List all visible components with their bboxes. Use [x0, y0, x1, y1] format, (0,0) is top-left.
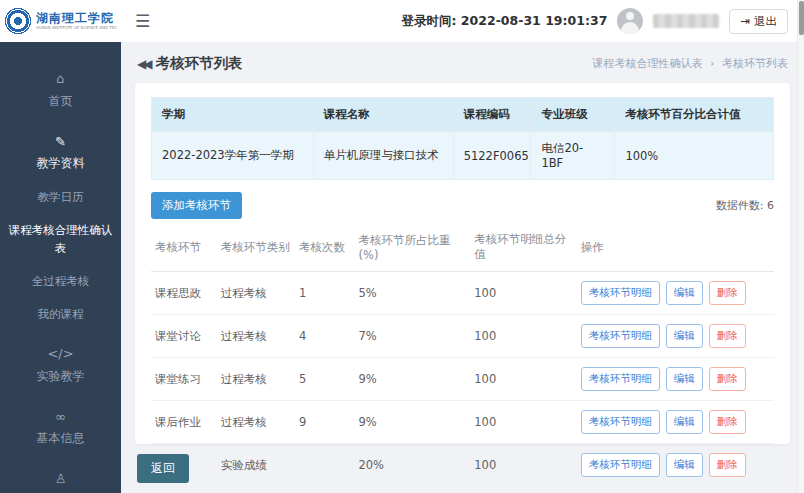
- sidebar-item-teaching-calendar[interactable]: 教学日历: [0, 181, 121, 214]
- sidebar-item-my-courses[interactable]: 我的课程: [0, 298, 121, 331]
- assessment-detail-button[interactable]: 考核环节明细: [581, 410, 660, 434]
- edit-button[interactable]: 编辑: [666, 367, 703, 391]
- assessment-detail-button[interactable]: 考核环节明细: [581, 453, 660, 477]
- sidebar-item-teaching-materials[interactable]: ✎ 教学资料: [0, 123, 121, 182]
- table-cell: 期末考试: [151, 487, 217, 493]
- table-row: 课堂讨论过程考核47%100考核环节明细编辑删除: [151, 315, 774, 358]
- table-cell: 9%: [354, 401, 470, 444]
- sidebar-item-assessment-confirmation[interactable]: 课程考核合理性确认表: [0, 214, 121, 265]
- table-cell: 100: [470, 315, 576, 358]
- column-header: 课程编码: [453, 98, 531, 132]
- breadcrumb-separator-icon: ›: [710, 57, 714, 70]
- sidebar-item-label: 课程考核合理性确认表: [9, 223, 113, 254]
- assessment-detail-button[interactable]: 考核环节明细: [581, 281, 660, 305]
- login-time-value: 2022-08-31 19:01:37: [461, 13, 608, 28]
- app-window: 湖南理工学院 HUNAN INSTITUTE OF SCIENCE AND TE…: [0, 0, 804, 493]
- breadcrumb-parent[interactable]: 课程考核合理性确认表: [593, 57, 703, 70]
- delete-button[interactable]: 删除: [709, 410, 746, 434]
- table-cell: 100: [470, 444, 576, 487]
- table-cell: 过程考核: [217, 401, 295, 444]
- sidebar-toggle-button[interactable]: ☰: [135, 13, 150, 30]
- school-name: 湖南理工学院: [36, 12, 117, 26]
- scrollbar-thumb[interactable]: [799, 1, 804, 35]
- sidebar-item-label: 全过程考核: [32, 274, 90, 288]
- table-cell: [295, 487, 354, 493]
- column-header: 操作: [577, 223, 774, 272]
- course-name-cell: 单片机原理与接口技术: [313, 132, 453, 180]
- assessment-detail-button[interactable]: 考核环节明细: [581, 367, 660, 391]
- table-cell: 4: [295, 315, 354, 358]
- avatar[interactable]: [617, 8, 643, 34]
- logout-icon: ⇥: [740, 14, 750, 28]
- delete-button[interactable]: 删除: [709, 324, 746, 348]
- sidebar-item-home[interactable]: ⌂ 首页: [0, 60, 121, 119]
- assessment-table: 考核环节 考核环节类别 考核次数 考核环节所占比重(%) 考核环节明细总分值 操…: [151, 223, 774, 493]
- data-count: 数据件数: 6: [716, 198, 774, 213]
- home-icon: ⌂: [6, 69, 115, 89]
- breadcrumb: 课程考核合理性确认表 › 考核环节列表: [593, 56, 788, 71]
- logo-text: 湖南理工学院 HUNAN INSTITUTE OF SCIENCE AND TE…: [36, 12, 117, 30]
- logout-button[interactable]: ⇥ 退出: [729, 9, 788, 34]
- content-card: 学期 课程名称 课程编码 专业班级 考核环节百分比合计值 2022-2023学年…: [135, 83, 790, 444]
- edit-icon: ✎: [6, 132, 115, 152]
- column-header: 考核环节类别: [217, 223, 295, 272]
- edit-button[interactable]: 编辑: [666, 453, 703, 477]
- table-row: 课堂练习过程考核59%100考核环节明细编辑删除: [151, 358, 774, 401]
- link-icon: ∞: [6, 407, 115, 427]
- toolbar: 添加考核环节 数据件数: 6: [151, 192, 774, 219]
- delete-button[interactable]: 删除: [709, 453, 746, 477]
- row-actions: 考核环节明细编辑删除: [577, 444, 774, 487]
- code-icon: </>: [6, 344, 115, 364]
- table-cell: [295, 444, 354, 487]
- semester-cell: 2022-2023学年第一学期: [152, 132, 314, 180]
- edit-button[interactable]: 编辑: [666, 410, 703, 434]
- table-cell: 20%: [354, 444, 470, 487]
- assessment-table-body: 课程思政过程考核15%100考核环节明细编辑删除课堂讨论过程考核47%100考核…: [151, 272, 774, 493]
- edit-button[interactable]: 编辑: [666, 281, 703, 305]
- delete-button[interactable]: 删除: [709, 367, 746, 391]
- column-header: 课程名称: [313, 98, 453, 132]
- column-header: 考核环节明细总分值: [470, 223, 576, 272]
- breadcrumb-current: 考核环节列表: [722, 57, 788, 70]
- add-assessment-button[interactable]: 添加考核环节: [151, 192, 242, 219]
- sidebar-item-experimental-teaching[interactable]: </> 实验教学: [0, 335, 121, 394]
- table-cell: 过程考核: [217, 315, 295, 358]
- sidebar-item-basic-info[interactable]: ∞ 基本信息: [0, 398, 121, 457]
- course-info-table: 学期 课程名称 课程编码 专业班级 考核环节百分比合计值 2022-2023学年…: [151, 97, 774, 180]
- scrollbar[interactable]: [797, 0, 804, 493]
- row-actions: 考核环节明细编辑删除: [577, 487, 774, 493]
- table-cell: 过程考核: [217, 358, 295, 401]
- delete-button[interactable]: 删除: [709, 281, 746, 305]
- page-title-text: 考核环节列表: [155, 54, 242, 73]
- back-button[interactable]: 返回: [137, 454, 189, 483]
- logout-label: 退出: [754, 14, 777, 29]
- sidebar-item-label: 实验教学: [37, 369, 85, 383]
- row-actions: 考核环节明细编辑删除: [577, 358, 774, 401]
- page-title: ◀◀ 考核环节列表: [137, 54, 242, 73]
- column-header: 学期: [152, 98, 314, 132]
- main-content: ◀◀ 考核环节列表 课程考核合理性确认表 › 考核环节列表 学期 课程名: [121, 42, 804, 493]
- sidebar: 湖南理工学院 HUNAN INSTITUTE OF SCIENCE AND TE…: [0, 0, 121, 493]
- table-cell: 100: [470, 401, 576, 444]
- logo: 湖南理工学院 HUNAN INSTITUTE OF SCIENCE AND TE…: [0, 0, 121, 42]
- assessment-detail-button[interactable]: 考核环节明细: [581, 324, 660, 348]
- column-header: 考核环节所占比重(%): [354, 223, 470, 272]
- class-cell: 电信20-1BF: [531, 132, 615, 180]
- sidebar-item-full-process-assessment[interactable]: 全过程考核: [0, 265, 121, 298]
- table-row: 课后作业过程考核99%100考核环节明细编辑删除: [151, 401, 774, 444]
- title-row: ◀◀ 考核环节列表 课程考核合理性确认表 › 考核环节列表: [137, 54, 788, 73]
- table-header-row: 学期 课程名称 课程编码 专业班级 考核环节百分比合计值: [152, 98, 774, 132]
- table-row: 课程思政过程考核15%100考核环节明细编辑删除: [151, 272, 774, 315]
- table-cell: 过程考核: [217, 272, 295, 315]
- row-actions: 考核环节明细编辑删除: [577, 401, 774, 444]
- school-logo-icon: [4, 7, 32, 35]
- sidebar-menu: ⌂ 首页 ✎ 教学资料 教学日历 课程考核合理性确认表 全过程考核 我的课程 <…: [0, 42, 121, 493]
- user-icon: ♙: [6, 469, 115, 489]
- table-cell: 课后作业: [151, 401, 217, 444]
- percentage-total-cell: 100%: [615, 132, 774, 180]
- edit-button[interactable]: 编辑: [666, 324, 703, 348]
- sidebar-item-personal-info[interactable]: ♙ 个人信息: [0, 460, 121, 493]
- back-arrows-icon[interactable]: ◀◀: [137, 57, 149, 71]
- table-cell: 100: [470, 358, 576, 401]
- table-cell: 课堂练习: [151, 358, 217, 401]
